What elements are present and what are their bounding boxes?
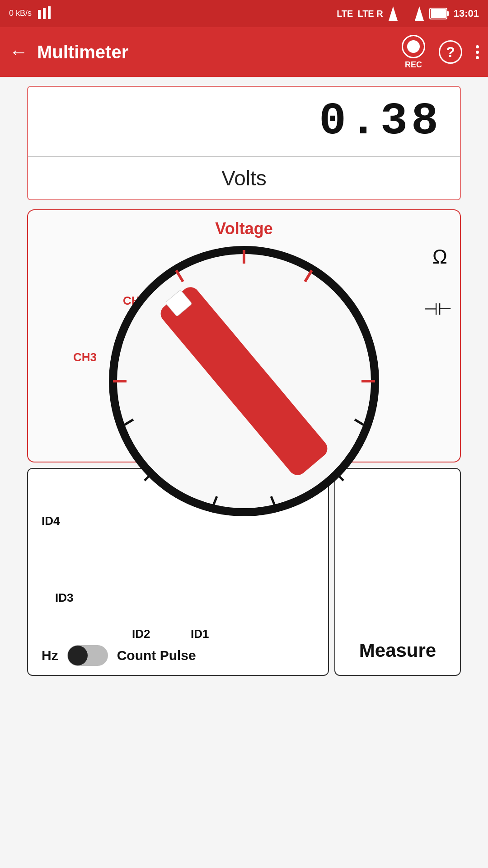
id2-label: ID2: [132, 627, 150, 641]
meter-value-row: 0.38: [28, 87, 460, 156]
help-button[interactable]: ?: [439, 40, 462, 64]
svg-rect-0: [38, 10, 41, 19]
meter-value: 0.38: [319, 96, 442, 147]
rec-button[interactable]: REC: [402, 35, 425, 70]
kb-indicator: 0 kB/s: [9, 9, 32, 18]
battery-icon: [429, 7, 449, 20]
dial-svg[interactable]: [108, 245, 380, 517]
rec-label: REC: [405, 60, 422, 70]
signal-icon: [36, 5, 52, 22]
status-left: 0 kB/s: [9, 5, 52, 22]
hz-toggle[interactable]: [67, 645, 108, 666]
more-button[interactable]: [476, 45, 479, 59]
id1-label: ID1: [191, 627, 209, 641]
rec-inner: [407, 40, 420, 53]
ch3-label: CH3: [73, 350, 97, 364]
voltage-label: Voltage: [28, 210, 460, 238]
measure-button[interactable]: Measure: [359, 640, 436, 661]
dial-area: Voltage CH1 CH2 CAP CH3 AN8 ID4 ID3 ID2 …: [27, 209, 461, 676]
svg-marker-4: [415, 6, 424, 21]
svg-rect-1: [43, 8, 46, 19]
svg-marker-3: [389, 6, 398, 21]
bottom-controls: Hz Count Pulse: [42, 645, 196, 666]
cap-symbol: ⊣⊢: [424, 300, 452, 319]
rec-circle: [402, 35, 425, 58]
app-bar: ← Multimeter REC ?: [0, 27, 488, 77]
count-pulse-label: Count Pulse: [117, 648, 196, 663]
id4-label: ID4: [42, 514, 60, 528]
app-bar-actions: REC ?: [402, 35, 479, 70]
status-bar: 0 kB/s LTE LTE R 13:01: [0, 0, 488, 27]
meter-unit-row: Volts: [28, 157, 460, 199]
toggle-knob: [68, 646, 88, 665]
svg-rect-6: [447, 11, 449, 16]
back-button[interactable]: ←: [9, 41, 28, 63]
signal-icon-2: [388, 5, 404, 22]
meter-display: 0.38 Volts: [27, 86, 461, 200]
app-title: Multimeter: [37, 42, 402, 62]
lte2-indicator: LTE R: [357, 9, 383, 19]
meter-unit: Volts: [221, 166, 267, 190]
help-symbol: ?: [446, 44, 455, 61]
clock: 13:01: [454, 8, 479, 19]
omega-label: Ω: [432, 245, 447, 268]
status-right: LTE LTE R 13:01: [337, 5, 479, 22]
svg-rect-7: [431, 9, 446, 18]
dial-container[interactable]: [108, 245, 380, 517]
lte-indicator: LTE: [337, 9, 353, 19]
id3-label: ID3: [55, 591, 73, 605]
svg-rect-2: [48, 6, 51, 19]
signal-icon-3: [408, 5, 425, 22]
hz-label: Hz: [42, 648, 58, 663]
